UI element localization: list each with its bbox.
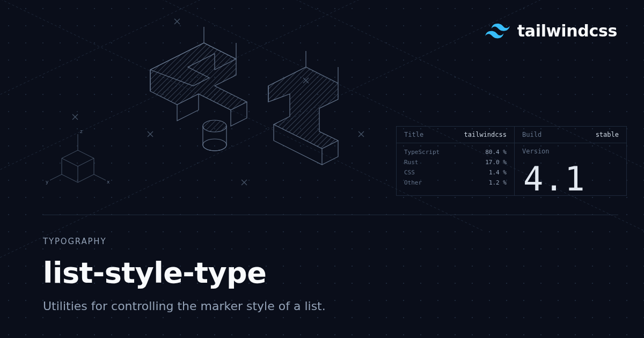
info-title-value: tailwindcss	[464, 131, 507, 138]
lang-row: CSS1.4 %	[404, 169, 507, 176]
info-title-label: Title	[404, 131, 423, 138]
svg-point-23	[203, 139, 226, 151]
page-title: list-style-type	[43, 256, 618, 290]
lang-row: TypeScript80.4 %	[404, 149, 507, 156]
svg-line-20	[50, 174, 62, 180]
svg-line-19	[94, 174, 106, 180]
lang-row: Other1.2 %	[404, 179, 507, 186]
category-eyebrow: TYPOGRAPHY	[43, 237, 618, 246]
version-number: 4.1	[523, 159, 586, 199]
info-build-value: stable	[596, 131, 619, 138]
tailwind-logo-icon	[485, 24, 510, 39]
svg-point-22	[203, 120, 226, 132]
axis-gizmo: z x y	[46, 129, 110, 193]
page-description: Utilities for controlling the marker sty…	[43, 299, 618, 313]
isometric-version-art	[107, 5, 386, 188]
info-version-label: Version	[522, 148, 550, 155]
info-panel: Title tailwindcss TypeScript80.4 % Rust1…	[396, 126, 627, 196]
info-build-label: Build	[522, 131, 541, 138]
axis-z-label: z	[80, 129, 83, 134]
brand-logo: tailwindcss	[485, 21, 617, 40]
lang-row: Rust17.0 %	[404, 159, 507, 166]
main-content: TYPOGRAPHY list-style-type Utilities for…	[43, 215, 618, 313]
brand-name: tailwindcss	[517, 21, 617, 40]
language-breakdown: TypeScript80.4 % Rust17.0 % CSS1.4 % Oth…	[397, 143, 514, 192]
axis-y-label: y	[46, 179, 49, 185]
